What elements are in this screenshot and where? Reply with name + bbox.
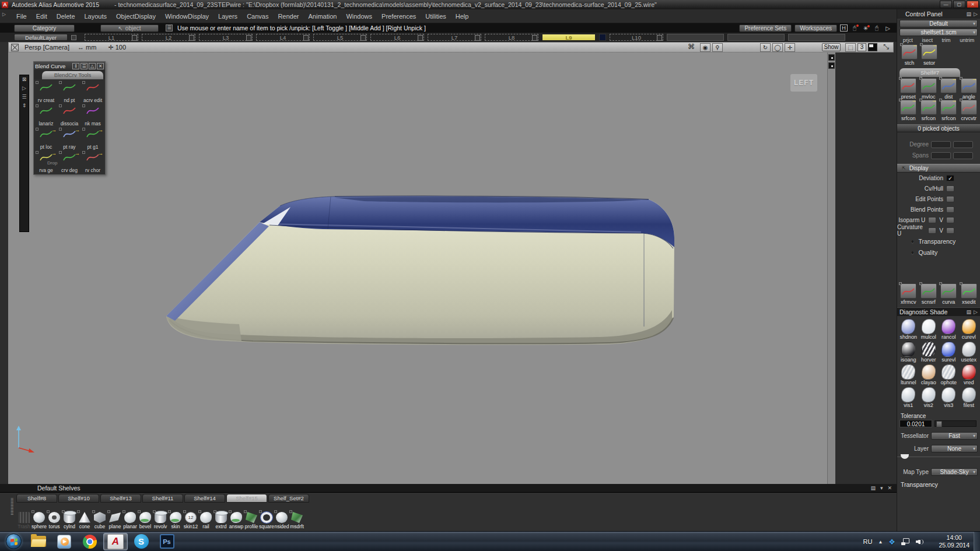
hotkeys-icon[interactable]: H [840, 24, 848, 31]
taskbar-alias-active[interactable]: A [103, 533, 128, 550]
strip-list-icon[interactable]: ☰ [20, 93, 29, 101]
category-button[interactable]: Category [14, 24, 75, 32]
mouse-warning-icon[interactable]: 🖰 [850, 24, 859, 31]
shelf-tab-shelf-8[interactable]: Shelf#8 [16, 494, 57, 503]
shelf-drag-handle[interactable]: ≡≡≡≡≡≡ [10, 498, 15, 521]
shelf-tool-extrd[interactable]: extrd [214, 512, 229, 529]
blend-tool-crv-deg[interactable]: →crv deg [58, 150, 81, 173]
menu-layers[interactable]: Layers [214, 9, 242, 23]
blend-tool-lanariz[interactable]: lanariz [34, 103, 58, 127]
blend-tool-rv-creat[interactable]: rv creat [34, 80, 58, 103]
tool-srfcon[interactable]: →srfcon [898, 100, 919, 121]
window-layout-icon[interactable] [868, 43, 877, 51]
camera-lock-icon[interactable]: ◉ [700, 43, 710, 52]
tool-xsedit[interactable]: xsedit [959, 283, 979, 305]
menu-layouts[interactable]: Layouts [80, 9, 112, 23]
tool-preset[interactable]: preset [898, 78, 919, 100]
strip-expand-icon[interactable]: ▷ [20, 84, 29, 93]
viewport-side-toolbar[interactable]: ⊠ ▷ ☰ ⇕ [19, 75, 29, 232]
tool-stch[interactable]: →stch [900, 44, 919, 66]
diag-tool-rancol[interactable]: rancol [939, 317, 959, 340]
taskbar-chrome[interactable] [78, 533, 102, 550]
window-resize-icon[interactable]: ⤡ [881, 43, 891, 52]
diag-tool-filest[interactable]: filest [959, 385, 979, 408]
shelf-tool-rail[interactable]: rail [198, 512, 214, 529]
viewport-header[interactable]: Persp [Camera] ↔ mm ✛ 100 ⌘ ◉ ⚲ ↻ ◯ ✛ Sh… [8, 42, 894, 52]
tool-dist[interactable]: →dist [939, 78, 959, 100]
mouse-icon[interactable]: 🖰 [873, 24, 881, 31]
look-at-icon[interactable]: ◯ [772, 43, 783, 52]
shelf-tool-cylnd[interactable]: cylnd [62, 512, 77, 529]
blend-tool-rva-ge[interactable]: →Droprva ge [34, 150, 58, 173]
menu-file[interactable]: File [12, 9, 32, 23]
shelf-tool-bevel[interactable]: bevel [138, 512, 153, 529]
shelf-tab-shelf-14[interactable]: Shelf#14 [184, 494, 225, 503]
diag-tool-shdnon[interactable]: shdnon [898, 317, 919, 340]
promptline-history-icon[interactable]: ☰ [166, 24, 173, 31]
palette-collapse-icon[interactable]: △ [89, 63, 96, 69]
layer-tab-l7[interactable]: L7 [428, 34, 481, 41]
shelf-tab-shelf-13[interactable]: Shelf#13 [100, 494, 141, 503]
taskbar-explorer[interactable] [26, 533, 51, 550]
network-icon[interactable] [901, 538, 910, 545]
strip-drag-icon[interactable]: ⇕ [20, 101, 29, 110]
deviation-checkbox[interactable]: ✓ [946, 175, 954, 181]
shelf-tool-answp[interactable]: answp [229, 512, 244, 529]
expander-transparency[interactable]: ⬧Transparency [897, 236, 980, 247]
shelf-tool-torus[interactable]: torus [47, 512, 62, 529]
pan-tool-icon[interactable]: ✛ [785, 43, 795, 52]
dropbox-icon[interactable]: ❖ [888, 538, 895, 546]
layer-checkbox[interactable] [71, 35, 76, 40]
shelf-tool-revolv[interactable]: revolv [153, 512, 168, 529]
layer-color-box[interactable] [599, 34, 606, 41]
tool-mvloc[interactable]: mvloc [919, 78, 939, 100]
3d-model-surface[interactable] [8, 52, 827, 484]
shelf-tab-shelf-set-2[interactable]: Shelf_Set#2 [268, 494, 309, 503]
tool-angle[interactable]: →angle [959, 78, 979, 100]
blend-tool-pt-ray[interactable]: →pt ray [58, 127, 81, 150]
layer-tab-l2[interactable]: L2 [142, 34, 195, 41]
menu-preferences[interactable]: Preferences [377, 9, 421, 23]
diag-tool-ltunnel[interactable]: ltunnel [898, 363, 919, 385]
shelf-tool-cube[interactable]: cube [92, 512, 107, 529]
tool-xfrmcv[interactable]: xfrmcv [898, 283, 919, 305]
shelf-tab-shelf-11[interactable]: Shelf#11 [142, 494, 183, 503]
taskbar-clock[interactable]: 14:00 25.09.2014 [939, 533, 970, 550]
shelf-label-isect[interactable]: isect [922, 37, 933, 43]
palette-close-icon[interactable]: ✕ [97, 63, 104, 69]
menu-animation[interactable]: Animation [304, 9, 342, 23]
viewport-scroll-strip[interactable] [827, 52, 835, 484]
shelf-tab-shelf-10[interactable]: Shelf#10 [58, 494, 99, 503]
tool-scnsrf[interactable]: scnsrf [919, 283, 939, 305]
shelf-tool-planar[interactable]: planar [123, 512, 138, 529]
camera-movie-icon[interactable]: ⌘ [686, 43, 696, 52]
layer-tab-l10[interactable]: L10 [610, 34, 663, 41]
tool-crvcvtr[interactable]: crvcvtr [959, 100, 979, 121]
degree-u-field[interactable] [931, 141, 951, 148]
edit-points-checkbox[interactable] [946, 196, 954, 202]
diag-tool-ophote[interactable]: ophote [939, 363, 959, 385]
start-button[interactable] [6, 534, 22, 549]
layer-tab-l1[interactable]: L1 [85, 34, 138, 41]
blend-tool-nk-mas[interactable]: nk mas [81, 103, 104, 127]
hidden-icons-arrow[interactable]: ▲ [878, 539, 883, 545]
control-panel-header[interactable]: Control Panel ▤ ▷ [897, 9, 980, 19]
snap-warning-icon[interactable]: ✳ [862, 25, 870, 31]
palette-resize-icon[interactable]: ⇕ [72, 63, 79, 69]
diag-tool-usetex[interactable]: usetex [959, 340, 979, 363]
strip-close-icon[interactable]: ⊠ [20, 75, 29, 84]
diag-tool-vis1[interactable]: vis1 [898, 385, 919, 408]
layer-tab-l8[interactable]: L8 [485, 34, 538, 41]
shelves-list-icon[interactable]: ▤ [870, 485, 876, 491]
diag-expand-icon[interactable]: ▷ [974, 309, 978, 315]
close-button[interactable]: ✕ [967, 1, 979, 8]
viewport-close-icon[interactable] [11, 44, 19, 51]
palette-menu-icon[interactable]: ☰ [80, 63, 88, 69]
panel-list-icon[interactable]: ▤ [967, 11, 972, 17]
expander-quality[interactable]: ⬧Quality [897, 247, 980, 258]
menu-objectdisplay[interactable]: ObjectDisplay [111, 9, 160, 23]
preset-dropdown[interactable]: Default [900, 20, 978, 27]
blend-points-checkbox[interactable] [946, 206, 954, 213]
shelf-tool-sphere[interactable]: sphere [32, 512, 47, 529]
spans-u-field[interactable] [931, 152, 951, 159]
